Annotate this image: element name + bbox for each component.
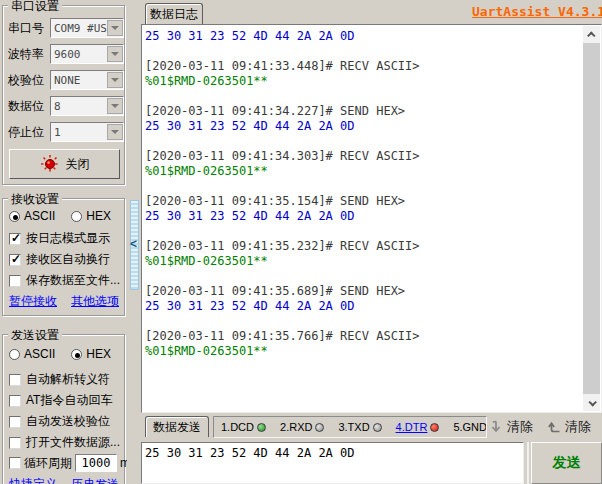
log-line [145, 224, 582, 239]
checkbox-box[interactable] [9, 437, 21, 449]
send-data-input[interactable] [145, 446, 520, 480]
cycle-period-row: 循环周期 ms [9, 454, 136, 472]
checkbox-box[interactable] [9, 395, 21, 407]
pause-receive-link[interactable]: 暂停接收 [9, 293, 57, 310]
shortcut-define-link[interactable]: 快捷定义 [9, 476, 57, 484]
indicator-label: 3.TXD [338, 421, 369, 433]
radio-recv-ascii-label: ASCII [24, 209, 55, 223]
checkbox-auto-wrap[interactable]: 接收区自动换行 [9, 251, 110, 268]
checkbox-label: 自动发送校验位 [26, 413, 110, 430]
stop-bits-select[interactable]: 1 [50, 122, 124, 142]
data-bits-value: 8 [54, 100, 61, 113]
checkbox-box[interactable] [9, 233, 21, 245]
log-line: %01$RMD-0263501** [145, 164, 582, 179]
indicator-label: 2.RXD [280, 421, 312, 433]
log-line: 25 30 31 23 52 4D 44 2A 2A 0D [145, 29, 582, 44]
baud-rate-select[interactable]: 9600 [50, 44, 124, 64]
log-line: [2020-03-11 09:41:35.232]# RECV ASCII> [145, 239, 582, 254]
checkbox-label: 接收区自动换行 [26, 251, 110, 268]
history-send-link[interactable]: 历史发送 [71, 476, 119, 484]
chevron-down-icon[interactable] [107, 20, 123, 36]
checkbox-at-cr[interactable]: AT指令自动回车 [9, 392, 112, 409]
dtr-toggle-link[interactable]: 4.DTR [396, 421, 428, 433]
send-divider[interactable] [527, 442, 529, 484]
serial-settings-group: 串口设置 串口号 COM9 #USI 波特率 9600 校验位 NONE 数据位… [2, 5, 125, 185]
send-settings-title: 发送设置 [8, 327, 62, 344]
checkbox-label: 按日志模式显示 [26, 230, 110, 247]
checkbox-box[interactable] [9, 416, 21, 428]
clear-all-button[interactable]: 清除 [547, 415, 591, 438]
tab-data-log[interactable]: 数据日志 [145, 3, 203, 24]
checkbox-open-file-source[interactable]: 打开文件数据源... [9, 434, 120, 451]
data-bits-select[interactable]: 8 [50, 96, 124, 116]
send-settings-group: 发送设置 ASCII HEX 自动解析转义符 AT指令自动回车 自动发送校验位 … [2, 334, 125, 484]
clear-receive-button[interactable]: 清除 [489, 415, 533, 438]
close-port-button[interactable]: 关闭 [9, 149, 120, 179]
log-line: %01$RMD-0263501** [145, 74, 582, 89]
splitter-handle[interactable]: < [130, 200, 139, 290]
uartassist-version-link[interactable]: UartAssist V4.3.10 [472, 4, 602, 19]
com-port-value: COM9 #USI [54, 22, 107, 35]
stop-bits-label: 停止位 [8, 124, 50, 141]
checkbox-log-mode[interactable]: 按日志模式显示 [9, 230, 110, 247]
log-content: 25 30 31 23 52 4D 44 2A 2A 0D [2020-03-1… [145, 29, 582, 410]
panel-splitter[interactable]: < [127, 0, 141, 484]
data-log-pane[interactable]: 25 30 31 23 52 4D 44 2A 2A 0D [2020-03-1… [141, 24, 602, 413]
scroll-up-icon[interactable] [583, 26, 600, 43]
baud-rate-row: 波特率 9600 [8, 44, 124, 64]
checkbox-label: 保存数据至文件... [26, 272, 120, 289]
radio-recv-ascii[interactable] [9, 211, 20, 222]
close-port-label: 关闭 [66, 156, 90, 173]
checkbox-label: 打开文件数据源... [26, 434, 120, 451]
tab-data-send[interactable]: 数据发送 [145, 416, 209, 437]
cycle-period-label: 循环周期 [24, 455, 72, 472]
checkbox-save-to-file[interactable]: 保存数据至文件... [9, 272, 120, 289]
serial-settings-title: 串口设置 [8, 0, 62, 15]
log-line [145, 314, 582, 329]
log-line [145, 179, 582, 194]
log-line [145, 269, 582, 284]
chevron-down-icon[interactable] [107, 124, 123, 140]
scroll-down-icon[interactable] [583, 394, 600, 411]
send-button[interactable]: 发送 [531, 442, 602, 484]
txd-led-icon [373, 423, 382, 432]
dtr-led-icon [430, 423, 439, 432]
clear-all-label: 清除 [565, 418, 591, 436]
other-options-link[interactable]: 其他选项 [71, 293, 119, 310]
checkbox-box[interactable] [9, 374, 21, 386]
log-line: [2020-03-11 09:41:34.303]# RECV ASCII> [145, 149, 582, 164]
checkbox-box[interactable] [9, 275, 21, 287]
chevron-down-icon[interactable] [107, 46, 123, 62]
radio-recv-hex[interactable] [71, 211, 82, 222]
tab-data-log-label: 数据日志 [150, 7, 198, 21]
radio-send-ascii[interactable] [9, 349, 20, 360]
receive-settings-group: 接收设置 ASCII HEX 按日志模式显示 接收区自动换行 保存数据至文件..… [2, 198, 125, 316]
radio-send-hex-label: HEX [86, 347, 111, 361]
cycle-period-input[interactable] [75, 454, 117, 472]
baud-rate-value: 9600 [54, 48, 81, 61]
com-port-label: 串口号 [8, 20, 50, 37]
log-line: [2020-03-11 09:41:33.448]# RECV ASCII> [145, 59, 582, 74]
parity-row: 校验位 NONE [8, 70, 124, 90]
chevron-down-icon[interactable] [107, 98, 123, 114]
checkbox-cycle-period[interactable] [9, 457, 21, 469]
log-line: 25 30 31 23 52 4D 44 2A 2A 0D [145, 209, 582, 224]
checkbox-auto-escape[interactable]: 自动解析转义符 [9, 371, 110, 388]
com-port-select[interactable]: COM9 #USI [50, 18, 124, 38]
log-scrollbar[interactable] [583, 26, 600, 411]
chevron-down-icon[interactable] [107, 72, 123, 88]
log-line: [2020-03-11 09:41:35.766]# RECV ASCII> [145, 329, 582, 344]
checkbox-box[interactable] [9, 254, 21, 266]
parity-label: 校验位 [8, 72, 50, 89]
log-line [145, 89, 582, 104]
stop-bits-value: 1 [54, 126, 61, 139]
checkbox-auto-checksum[interactable]: 自动发送校验位 [9, 413, 110, 430]
tab-data-send-label: 数据发送 [153, 420, 201, 434]
rxd-led-icon [315, 423, 324, 432]
indicator-label: 1.DCD [221, 421, 254, 433]
indicator-label: 5.GND [453, 421, 487, 433]
indicator-rxd: 2.RXD [280, 421, 324, 433]
radio-send-hex[interactable] [71, 349, 82, 360]
parity-select[interactable]: NONE [50, 70, 124, 90]
indicator-dtr[interactable]: 4.DTR [396, 421, 440, 433]
